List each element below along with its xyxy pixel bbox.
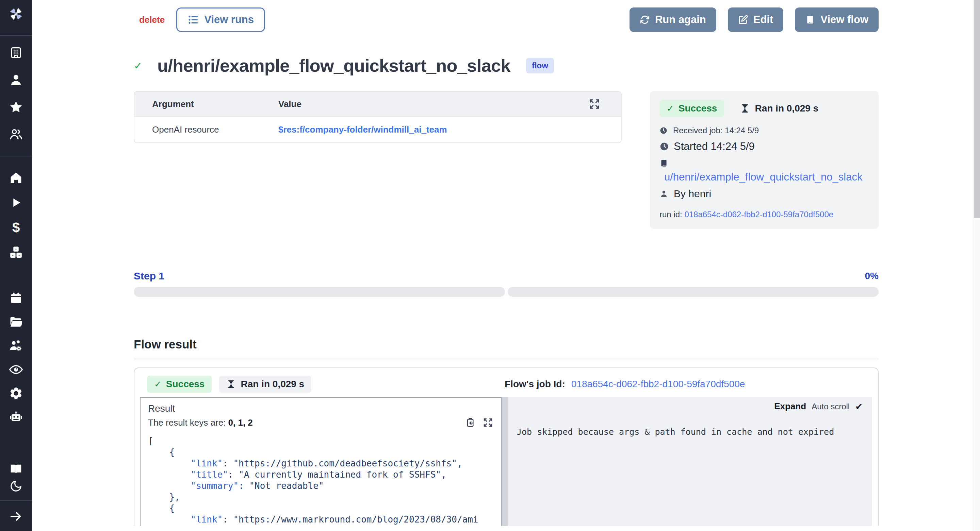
- sidebar-item-groups[interactable]: [0, 339, 32, 353]
- windmill-logo-icon: [8, 6, 24, 22]
- sidebar-expand-button[interactable]: [0, 509, 32, 523]
- job-id-group: Flow's job Id: 018a654c-d062-fbb2-d100-5…: [500, 379, 745, 390]
- sidebar-item-resources[interactable]: [0, 245, 32, 259]
- code-line: "title": "A currently maintained fork of…: [148, 469, 493, 480]
- log-pane: Expand Auto scroll ✔ Job skipped because…: [508, 397, 872, 526]
- section-divider: [134, 359, 878, 359]
- expand-result-button[interactable]: [482, 417, 493, 428]
- clock-icon: [659, 127, 668, 135]
- step-progress-bar: [134, 287, 878, 297]
- autoscroll-label: Auto scroll: [811, 402, 850, 411]
- sidebar-item-favorites[interactable]: [0, 100, 32, 114]
- windmill-logo[interactable]: [0, 5, 32, 22]
- app-window: $: [0, 0, 980, 531]
- code-line: [: [148, 436, 493, 447]
- sidebar-item-folders[interactable]: [0, 315, 32, 329]
- copy-result-button[interactable]: [465, 417, 476, 428]
- sidebar-divider: [0, 501, 32, 501]
- value-column-header: Value: [278, 92, 588, 117]
- code-line: "summary": "Not readable": [148, 480, 493, 491]
- progress-segment: [134, 287, 505, 297]
- sidebar-main-group: $: [0, 171, 32, 259]
- author-row: By henri: [659, 188, 869, 200]
- sidebar-divider: [0, 35, 32, 36]
- expand-table-button[interactable]: [588, 98, 621, 110]
- flow-path-row: [659, 159, 869, 169]
- code-line: "title": "Amiga Systems Programming in 2…: [148, 525, 493, 526]
- view-runs-label: View runs: [204, 14, 254, 26]
- resource-link[interactable]: $res:f/company-folder/windmill_ai_team: [278, 124, 447, 135]
- scrollbar-thumb[interactable]: [974, 0, 980, 218]
- run-again-button[interactable]: Run again: [630, 8, 716, 32]
- sidebar-item-runs[interactable]: [0, 195, 32, 210]
- sidebar-item-workspace[interactable]: [0, 46, 32, 60]
- sidebar-item-variables[interactable]: $: [0, 220, 32, 235]
- user-group-icon: [9, 127, 23, 141]
- run-info-row: Argument Value OpenAI resourc: [134, 91, 878, 229]
- sidebar-item-audit-logs[interactable]: [0, 362, 32, 377]
- flow-result-card: ✓ Success Ran in 0,029 s Flow's job Id: …: [134, 368, 878, 526]
- sidebar-bottom-group: [0, 462, 32, 493]
- clock-icon: [659, 142, 669, 151]
- scroll-icon: [659, 159, 668, 168]
- flow-result-heading: Flow result: [134, 338, 878, 351]
- log-controls: Expand Auto scroll ✔: [774, 401, 862, 412]
- eye-icon: [9, 362, 23, 377]
- status-badge: ✓ Success: [147, 376, 212, 393]
- edit-label: Edit: [753, 14, 773, 26]
- received-job-label: Received job: 14:24 5/9: [673, 126, 759, 135]
- folder-open-icon: [9, 315, 23, 329]
- sidebar-item-dark-mode[interactable]: [0, 479, 32, 493]
- delete-button[interactable]: delete: [139, 14, 165, 25]
- arguments-table: Argument Value OpenAI resourc: [134, 91, 622, 143]
- home-icon: [9, 171, 23, 185]
- user-group-gear-icon: [9, 339, 23, 353]
- edit-button[interactable]: Edit: [728, 8, 784, 32]
- book-icon: [9, 462, 23, 476]
- view-runs-button[interactable]: View runs: [176, 8, 265, 32]
- flow-result-card-header: ✓ Success Ran in 0,029 s Flow's job Id: …: [134, 368, 878, 397]
- received-job-row: Received job: 14:24 5/9: [659, 126, 869, 135]
- calendar-icon: [9, 291, 23, 305]
- sidebar-item-docs[interactable]: [0, 462, 32, 476]
- building-icon: [9, 46, 23, 60]
- expand-icon: [588, 98, 601, 110]
- job-id-link[interactable]: 018a654c-d062-fbb2-d100-59fa70df500e: [571, 379, 745, 390]
- run-id-link[interactable]: 018a654c-d062-fbb2-d100-59fa70df500e: [684, 210, 833, 219]
- flow-badge: flow: [526, 58, 554, 73]
- flow-path-link[interactable]: u/henri/example_flow_quickstart_no_slack: [664, 171, 869, 183]
- duration-text: Ran in 0,029 s: [755, 103, 818, 114]
- run-id-row: run id: 018a654c-d062-fbb2-d100-59fa70df…: [659, 210, 869, 219]
- argument-column-header: Argument: [134, 92, 278, 117]
- moon-icon: [10, 480, 22, 493]
- sidebar-item-home[interactable]: [0, 171, 32, 185]
- step-header: Step 1 0%: [134, 270, 878, 282]
- sidebar-item-schedules[interactable]: [0, 291, 32, 305]
- expand-log-button[interactable]: Expand: [774, 401, 806, 412]
- job-id-label: Flow's job Id:: [504, 379, 565, 390]
- user-icon: [9, 73, 23, 87]
- code-line: {: [148, 447, 493, 458]
- run-toolbar: delete View runs Run again: [134, 8, 878, 32]
- status-label: Success: [166, 379, 205, 390]
- sidebar-item-user[interactable]: [0, 73, 32, 87]
- sidebar-item-members[interactable]: [0, 127, 32, 141]
- sidebar-item-ai[interactable]: [0, 410, 32, 424]
- status-label: Success: [679, 103, 717, 114]
- edit-icon: [738, 14, 748, 25]
- page-scrollbar[interactable]: [974, 0, 980, 531]
- view-flow-button[interactable]: View flow: [795, 8, 878, 32]
- autoscroll-checkbox[interactable]: ✔: [855, 401, 862, 412]
- author-label: By henri: [674, 188, 711, 200]
- list-icon: [188, 14, 199, 25]
- pane-splitter[interactable]: [501, 397, 508, 526]
- sidebar-tools-group: [0, 291, 32, 424]
- check-icon: ✓: [667, 103, 674, 114]
- code-line: },: [148, 491, 493, 503]
- run-id-label: run id:: [659, 210, 682, 219]
- play-icon: [9, 196, 23, 209]
- sidebar-item-settings[interactable]: [0, 386, 32, 401]
- step-label: Step 1: [134, 270, 164, 282]
- run-again-label: Run again: [655, 14, 706, 26]
- star-icon: [9, 100, 23, 114]
